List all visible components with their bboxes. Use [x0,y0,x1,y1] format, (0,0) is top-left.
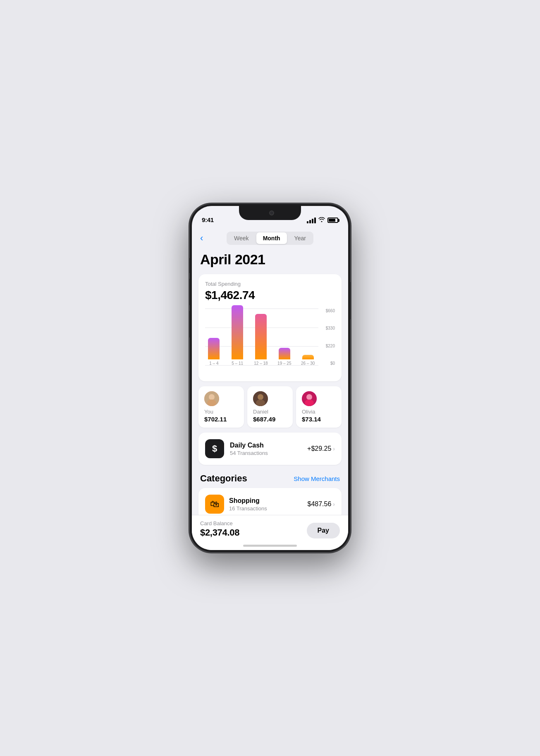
svg-point-2 [207,400,216,406]
avatar-you [204,391,219,406]
chevron-right-icon: › [333,445,335,452]
spending-amount: $1,462.74 [205,289,335,302]
segment-month[interactable]: Month [256,232,287,244]
people-section: You $702.11 Daniel $687.49 [198,386,342,428]
person-name-daniel: Daniel [253,409,287,415]
category-amount-shopping: $487.56 › [307,500,335,508]
status-icons [307,217,338,223]
person-name-you: You [204,409,238,415]
shopping-icon: 🛍 [205,495,224,514]
person-card-olivia[interactable]: Olivia $73.14 [296,386,342,428]
phone-device: 9:41 [189,203,351,553]
daily-cash-card[interactable]: $ Daily Cash 54 Transactions +$29.25 › [198,433,342,465]
daily-cash-subtitle: 54 Transactions [230,450,301,456]
card-balance-section: Card Balance $2,374.08 [200,520,239,538]
bar-5 [302,355,314,359]
person-name-olivia: Olivia [302,409,336,415]
daily-cash-info: Daily Cash 54 Transactions [230,442,301,456]
back-button[interactable]: ‹ [200,234,203,243]
card-balance-label: Card Balance [200,520,239,526]
person-card-daniel[interactable]: Daniel $687.49 [247,386,293,428]
page-title: April 2021 [192,248,348,274]
pay-button[interactable]: Pay [307,523,340,538]
svg-point-1 [209,394,215,400]
segment-year[interactable]: Year [288,232,313,244]
avatar-olivia [302,391,317,406]
volume-down-button [189,311,190,337]
category-sub-shopping: 16 Transactions [229,505,302,512]
y-label-660: $660 [326,309,335,313]
daily-cash-title: Daily Cash [230,442,301,449]
daily-cash-amount: +$29.25 › [307,445,335,452]
spending-card: Total Spending $1,462.74 $660 $330 $220 [198,274,342,381]
battery-icon [327,218,338,223]
daily-cash-icon: $ [205,439,224,458]
daily-cash-row: $ Daily Cash 54 Transactions +$29.25 › [205,439,335,458]
segment-control: Week Month Year [227,232,313,245]
bar-2 [232,305,243,359]
chevron-right-shopping-icon: › [333,501,335,507]
card-balance-amount: $2,374.08 [200,527,239,538]
category-row-shopping: 🛍 Shopping 16 Transactions $487.56 › [205,495,335,514]
spending-label: Total Spending [205,281,335,287]
status-time: 9:41 [202,216,214,223]
bar-1 [208,338,220,359]
wifi-icon [318,217,325,223]
person-amount-olivia: $73.14 [302,416,336,423]
nav-bar: ‹ Week Month Year [192,227,348,248]
segment-week[interactable]: Week [227,232,256,244]
svg-point-8 [305,400,314,406]
person-card-you[interactable]: You $702.11 [198,386,244,428]
svg-point-5 [256,400,265,406]
y-label-330: $330 [326,326,335,330]
svg-point-7 [306,394,312,400]
power-button [350,282,351,319]
chart-y-labels: $660 $330 $220 $0 [326,309,335,366]
categories-header: Categories Show Merchants [192,470,348,488]
screen-content[interactable]: ‹ Week Month Year April 2021 Total Spend… [192,206,348,550]
y-label-220: $220 [326,344,335,348]
person-amount-daniel: $687.49 [253,416,287,423]
category-info-shopping: Shopping 16 Transactions [229,497,302,512]
dollar-icon: $ [212,443,217,454]
signal-icon [307,218,316,223]
y-label-0: $0 [330,361,335,366]
volume-up-button [189,279,190,305]
phone-screen: 9:41 [192,206,348,550]
camera [269,211,274,215]
mute-button [189,258,190,273]
avatar-daniel [253,391,268,406]
notch [239,206,301,220]
person-amount-you: $702.11 [204,416,238,423]
bar-4 [279,348,290,359]
categories-title: Categories [200,473,247,484]
show-merchants-button[interactable]: Show Merchants [294,475,340,482]
category-name-shopping: Shopping [229,497,302,505]
spending-chart: $660 $330 $220 $0 1 – 4 [205,309,335,375]
home-indicator [243,545,297,547]
svg-point-4 [258,394,263,400]
bar-3 [255,314,267,359]
